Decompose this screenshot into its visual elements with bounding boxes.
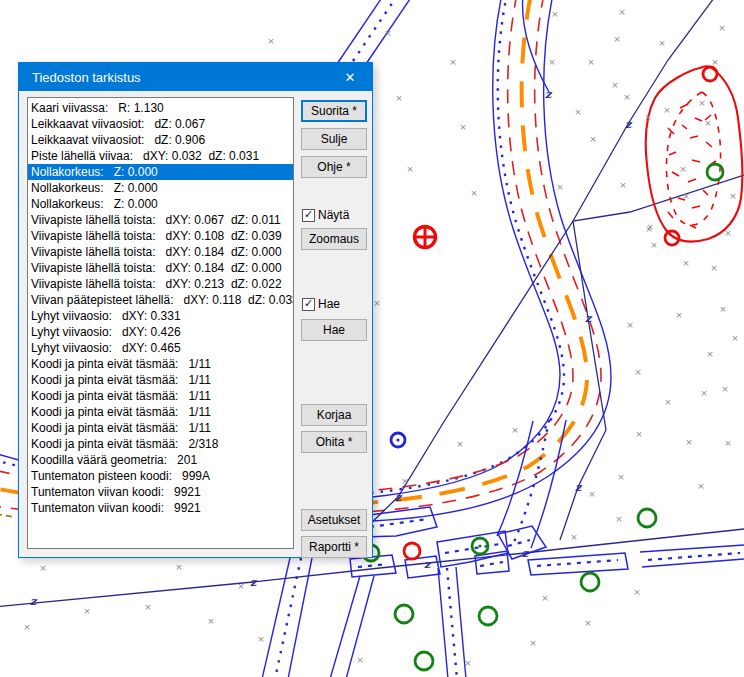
survey-x-mark: × — [548, 57, 556, 67]
survey-x-mark: × — [724, 438, 732, 448]
island-dash — [358, 564, 388, 567]
survey-x-mark: × — [257, 634, 265, 644]
check-list-item[interactable]: Koodi ja pinta eivät täsmää: 1/11 — [28, 420, 293, 436]
survey-x-mark: × — [679, 164, 687, 174]
check-list-item[interactable]: Piste lähellä viivaa: dXY: 0.032 dZ: 0.0… — [28, 148, 293, 164]
ohje-button[interactable]: Ohje * — [301, 156, 367, 178]
check-list-item[interactable]: Kaari viivassa: R: 1.130 — [28, 100, 293, 116]
zoomaus-button[interactable]: Zoomaus — [301, 228, 367, 250]
survey-x-mark: × — [645, 224, 653, 234]
check-list-item[interactable]: Viivapiste lähellä toista: dXY: 0.184 dZ… — [28, 260, 293, 276]
check-list-item[interactable]: Tuntematon viivan koodi: 9921 — [28, 484, 293, 500]
korjaa-button[interactable]: Korjaa — [301, 404, 367, 426]
ohita-button[interactable]: Ohita * — [301, 431, 367, 453]
check-list-item[interactable]: Nollakorkeus: Z: 0.000 — [28, 164, 293, 180]
check-list-item[interactable]: Lyhyt viivaosio: dXY: 0.465 — [28, 340, 293, 356]
survey-x-mark: × — [589, 134, 597, 144]
dialog-title: Tiedoston tarkistus — [19, 70, 141, 85]
raportti-button[interactable]: Raportti * — [301, 536, 367, 558]
survey-x-mark: × — [729, 191, 737, 201]
check-list-item[interactable]: Viivapiste lähellä toista: dXY: 0.213 dZ… — [28, 276, 293, 292]
z-line-marker: z — [250, 576, 258, 589]
road-centerline-dots — [447, 568, 457, 677]
close-icon[interactable]: ✕ — [328, 63, 372, 91]
road-edge — [640, 545, 744, 552]
survey-x-mark: × — [706, 349, 714, 359]
checkmark-icon: ✓ — [304, 209, 313, 220]
survey-x-mark: × — [682, 258, 690, 268]
survey-x-mark: × — [718, 23, 726, 33]
road-centerline-dots — [275, 558, 301, 677]
survey-x-mark: × — [664, 397, 672, 407]
survey-x-mark: × — [617, 472, 625, 482]
check-list-item[interactable]: Koodi ja pinta eivät täsmää: 2/318 — [28, 436, 293, 452]
hae-checkbox[interactable]: ✓ Hae — [302, 297, 340, 311]
survey-x-mark: × — [633, 587, 641, 597]
check-list[interactable]: Kaari viivassa: R: 1.130Leikkaavat viiva… — [27, 97, 294, 549]
check-list-item[interactable]: Koodilla väärä geometria: 201 — [28, 452, 293, 468]
survey-x-mark: × — [710, 263, 718, 273]
island-dash — [508, 540, 530, 546]
check-list-item[interactable]: Lyhyt viivaosio: dXY: 0.426 — [28, 324, 293, 340]
hae-button[interactable]: Hae — [301, 319, 367, 341]
sulje-button[interactable]: Sulje — [301, 128, 367, 150]
asetukset-button[interactable]: Asetukset — [301, 509, 367, 531]
check-list-item[interactable]: Koodi ja pinta eivät täsmää: 1/11 — [28, 404, 293, 420]
check-list-item[interactable]: Nollakorkeus: Z: 0.000 — [28, 196, 293, 212]
checkbox-box: ✓ — [302, 209, 315, 222]
road-edge — [642, 559, 744, 567]
survey-x-mark: × — [719, 304, 727, 314]
survey-x-mark: × — [658, 38, 666, 48]
suorita-button[interactable]: Suorita * — [301, 100, 367, 122]
contour-inner-dashed — [666, 92, 720, 225]
checkbox-label: Hae — [318, 297, 340, 311]
survey-x-mark: × — [724, 228, 732, 238]
survey-x-mark: × — [529, 638, 537, 648]
survey-x-mark: × — [175, 562, 183, 572]
check-list-item[interactable]: Viivapiste lähellä toista: dXY: 0.184 dZ… — [28, 244, 293, 260]
survey-x-mark: × — [700, 388, 708, 398]
check-list-item[interactable]: Koodi ja pinta eivät täsmää: 1/11 — [28, 372, 293, 388]
check-list-item[interactable]: Viivan päätepisteet lähellä: dXY: 0.118 … — [28, 292, 293, 308]
survey-x-mark: × — [584, 618, 592, 628]
circle-center-dot — [478, 544, 481, 547]
survey-x-mark: × — [207, 616, 215, 626]
survey-x-mark: × — [39, 563, 47, 573]
z-line-marker: z — [625, 118, 633, 131]
check-list-item[interactable]: Koodi ja pinta eivät täsmää: 1/11 — [28, 388, 293, 404]
checkbox-box: ✓ — [302, 298, 315, 311]
green-circle-symbol — [479, 607, 497, 625]
survey-x-mark: × — [449, 57, 457, 67]
survey-x-mark: × — [587, 57, 595, 67]
check-list-item[interactable]: Lyhyt viivaosio: dXY: 0.331 — [28, 308, 293, 324]
road-edge — [337, 0, 383, 64]
check-list-item[interactable]: Viivapiste lähellä toista: dXY: 0.067 dZ… — [28, 212, 293, 228]
check-list-item[interactable]: Koodi ja pinta eivät täsmää: 1/11 — [28, 356, 293, 372]
road-edge — [438, 568, 448, 677]
nayta-checkbox[interactable]: ✓ Näytä — [302, 208, 349, 222]
survey-x-mark: × — [635, 429, 643, 439]
survey-x-mark: × — [711, 57, 719, 67]
dialog-titlebar[interactable]: Tiedoston tarkistus ✕ — [19, 63, 372, 91]
checkmark-icon: ✓ — [304, 298, 313, 309]
green-circle-symbol — [395, 605, 413, 623]
survey-x-mark: × — [144, 602, 152, 612]
survey-x-mark: × — [675, 310, 683, 320]
check-list-item[interactable]: Leikkaavat viivaosiot: dZ: 0.067 — [28, 116, 293, 132]
check-list-item[interactable]: Leikkaavat viivaosiot: dZ: 0.906 — [28, 132, 293, 148]
file-check-dialog: Tiedoston tarkistus ✕ Kaari viivassa: R:… — [18, 62, 373, 558]
check-list-item[interactable]: Tuntematon viivan koodi: 9921 — [28, 500, 293, 516]
survey-x-mark: × — [23, 622, 31, 632]
survey-x-mark: × — [731, 333, 739, 343]
survey-x-mark: × — [626, 320, 634, 330]
green-circle-symbol — [707, 164, 723, 180]
survey-x-mark: × — [395, 93, 403, 103]
check-list-item[interactable]: Tuntematon pisteen koodi: 999A — [28, 468, 293, 484]
green-circle-symbol — [638, 509, 656, 527]
survey-x-mark: × — [556, 182, 564, 192]
check-list-item[interactable]: Nollakorkeus: Z: 0.000 — [28, 180, 293, 196]
island-dash — [537, 560, 618, 566]
survey-x-mark: × — [611, 80, 619, 90]
z-line-marker: z — [585, 312, 593, 325]
check-list-item[interactable]: Viivapiste lähellä toista: dXY: 0.108 dZ… — [28, 228, 293, 244]
